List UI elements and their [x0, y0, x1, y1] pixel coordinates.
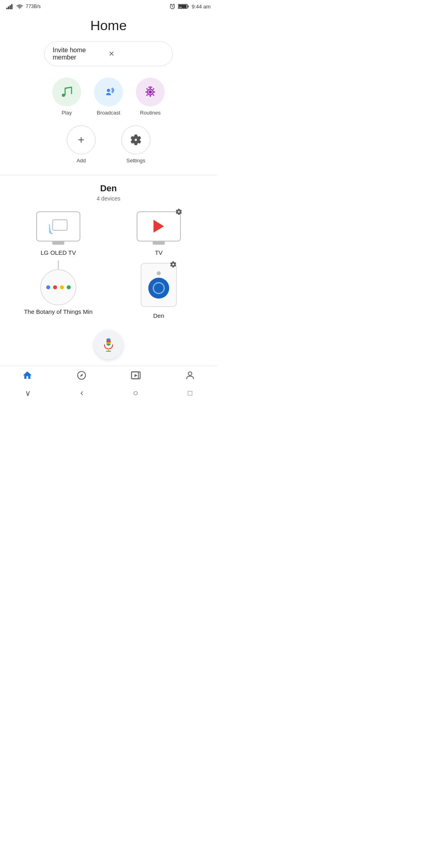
- nav-discover[interactable]: [76, 370, 87, 381]
- dot-green: [67, 285, 71, 289]
- nav-down-icon[interactable]: ∨: [25, 388, 31, 398]
- svg-marker-34: [134, 374, 137, 377]
- svg-point-11: [107, 89, 110, 92]
- tv-wrapper: [137, 211, 181, 245]
- gear-icon: [175, 208, 182, 217]
- nav-home-icon[interactable]: ○: [133, 388, 138, 398]
- nav-media[interactable]: [131, 370, 141, 381]
- status-right: 94 9:44 am: [169, 3, 211, 10]
- device-card-tv[interactable]: TV: [110, 210, 207, 256]
- svg-rect-3: [11, 4, 12, 9]
- svg-rect-7: [188, 5, 189, 7]
- mic-container: [0, 330, 217, 359]
- broadcast-icon: [101, 85, 116, 99]
- den-icon-wrap: [133, 261, 185, 309]
- svg-rect-0: [6, 8, 8, 9]
- svg-point-12: [149, 90, 152, 94]
- routines-circle: [136, 78, 165, 106]
- settings-action[interactable]: Settings: [121, 125, 150, 164]
- svg-rect-16: [154, 92, 155, 93]
- device-count: 4 devices: [0, 195, 217, 202]
- tv-name: TV: [155, 249, 162, 256]
- battery-icon: 94: [178, 4, 189, 9]
- broadcast-label: Broadcast: [97, 110, 121, 116]
- tv-box: [137, 211, 181, 242]
- svg-rect-1: [8, 6, 9, 9]
- svg-rect-18: [153, 88, 155, 90]
- dot-blue: [46, 285, 50, 289]
- lg-oled-tv-wrapper: [36, 211, 80, 245]
- routines-icon: [143, 85, 157, 99]
- bottom-nav: [0, 366, 217, 384]
- nav-recent-icon[interactable]: □: [188, 389, 192, 397]
- section-name: Den: [0, 183, 217, 194]
- device-card-botany[interactable]: The Botany of Things Min: [10, 261, 107, 319]
- botany-circle: [40, 269, 76, 305]
- compass-icon: [76, 370, 87, 381]
- svg-rect-14: [150, 95, 151, 97]
- tv-stand: [52, 242, 64, 245]
- play-circle: [52, 78, 81, 106]
- tv-icon-wrap: [133, 210, 185, 246]
- settings-circle: [121, 125, 150, 154]
- routines-label: Routines: [140, 110, 160, 116]
- routines-action[interactable]: Routines: [136, 78, 165, 116]
- add-action[interactable]: + Add: [67, 125, 96, 164]
- device-card-lg-oled-tv[interactable]: LG OLED TV: [10, 210, 107, 256]
- svg-rect-20: [153, 94, 155, 96]
- svg-rect-29: [106, 344, 111, 346]
- play-label: Play: [61, 110, 72, 116]
- lg-oled-tv-box: [36, 211, 80, 242]
- svg-rect-15: [145, 92, 147, 93]
- speaker-dot: [157, 271, 161, 275]
- invite-label: Invite home member: [53, 47, 108, 61]
- dot-red: [53, 285, 57, 289]
- play-icon: [154, 220, 164, 233]
- gear-icon-den: [170, 261, 177, 270]
- cast-icon: [49, 218, 68, 234]
- home-icon: [22, 370, 33, 381]
- clock: 9:44 am: [192, 4, 211, 10]
- svg-rect-13: [150, 87, 151, 89]
- broadcast-action[interactable]: Broadcast: [94, 78, 123, 116]
- nav-home[interactable]: [22, 370, 33, 381]
- mic-button[interactable]: [94, 330, 123, 359]
- speaker-circle: [148, 278, 169, 299]
- actions-row: Play Broadcast: [0, 78, 217, 116]
- plus-icon: +: [78, 134, 84, 145]
- android-nav: ∨ ‹ ○ □: [0, 384, 217, 404]
- gear-icon-den-svg: [170, 261, 177, 268]
- status-bar: 773B/s 94 9:44 am: [0, 0, 217, 11]
- nav-back-icon[interactable]: ‹: [80, 388, 83, 398]
- play-action[interactable]: Play: [52, 78, 81, 116]
- speaker-inner: [153, 282, 165, 294]
- svg-rect-27: [106, 340, 111, 342]
- actions-row2: + Add Settings: [0, 125, 217, 164]
- svg-text:94: 94: [179, 6, 182, 8]
- add-label: Add: [76, 158, 86, 164]
- svg-rect-19: [146, 94, 148, 96]
- dot-yellow: [60, 285, 64, 289]
- botany-icon-wrap: [32, 261, 84, 305]
- microphone-icon: [102, 338, 115, 352]
- media-icon: [131, 370, 141, 381]
- lg-oled-tv-icon-wrap: [32, 210, 84, 246]
- botany-stem: [58, 260, 59, 269]
- svg-line-10: [65, 87, 72, 88]
- lg-oled-tv-name: LG OLED TV: [41, 249, 76, 256]
- device-grid: LG OLED TV TV: [0, 210, 217, 326]
- signal-icon: [6, 4, 14, 9]
- tv2-stand: [153, 242, 165, 245]
- music-icon: [60, 86, 73, 98]
- device-card-den[interactable]: Den: [110, 261, 207, 319]
- alarm-icon: [169, 3, 176, 10]
- svg-rect-22: [53, 220, 67, 230]
- settings-label: Settings: [127, 158, 145, 164]
- gear-icon-tv: [175, 208, 182, 215]
- wifi-icon: [16, 4, 23, 9]
- status-left: 773B/s: [6, 4, 41, 9]
- close-icon[interactable]: ✕: [108, 49, 164, 58]
- invite-banner[interactable]: Invite home member ✕: [44, 41, 173, 66]
- broadcast-circle: [94, 78, 123, 106]
- nav-account[interactable]: [185, 370, 195, 381]
